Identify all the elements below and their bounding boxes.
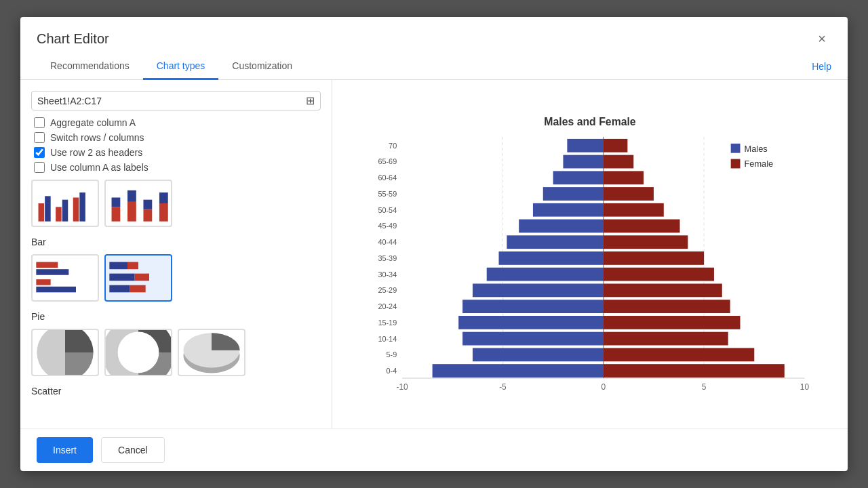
- svg-rect-6: [112, 207, 121, 221]
- legend-female-label: Female: [744, 159, 773, 169]
- bar-males-70: [567, 139, 603, 152]
- svg-text:0-4: 0-4: [386, 367, 397, 375]
- checkbox-aggregate[interactable]: Aggregate column A: [34, 117, 321, 128]
- svg-text:5: 5: [702, 382, 707, 392]
- svg-rect-57: [487, 268, 604, 281]
- svg-rect-19: [127, 262, 138, 270]
- chart-preview: Males and Female -10 -5 0: [349, 91, 831, 418]
- svg-rect-7: [112, 197, 121, 207]
- checkbox-switch-rows-input[interactable]: [34, 132, 45, 143]
- svg-rect-76: [604, 364, 785, 378]
- help-link[interactable]: Help: [812, 61, 831, 72]
- svg-text:10: 10: [800, 382, 810, 392]
- svg-rect-49: [604, 220, 680, 233]
- chart-thumb-donut[interactable]: [104, 329, 172, 376]
- checkbox-use-row2[interactable]: Use row 2 as headers: [34, 147, 321, 158]
- svg-rect-10: [143, 209, 152, 222]
- svg-rect-55: [604, 251, 704, 265]
- svg-rect-18: [109, 262, 127, 270]
- svg-text:15-19: 15-19: [378, 319, 397, 327]
- svg-text:65-69: 65-69: [378, 157, 397, 165]
- chart-thumb-stacked-bar[interactable]: [104, 254, 172, 302]
- svg-text:10-14: 10-14: [378, 335, 397, 343]
- svg-rect-4: [73, 197, 79, 221]
- tab-recommendations[interactable]: Recommendations: [37, 54, 143, 80]
- svg-rect-72: [473, 348, 604, 361]
- dialog-footer: Insert Cancel: [20, 428, 848, 471]
- svg-rect-67: [604, 316, 741, 329]
- pie-chart-grid: [31, 329, 321, 376]
- svg-rect-52: [604, 235, 688, 249]
- chart-thumb-stacked-column[interactable]: [104, 180, 172, 227]
- cancel-button[interactable]: Cancel: [101, 437, 165, 463]
- svg-rect-11: [143, 200, 152, 209]
- checkbox-use-cola-label: Use column A as labels: [50, 162, 149, 173]
- svg-rect-12: [159, 203, 168, 222]
- legend-males-label: Males: [744, 144, 767, 154]
- svg-text:70: 70: [389, 142, 397, 150]
- svg-text:40-44: 40-44: [378, 238, 397, 246]
- bar-females-70: [604, 139, 628, 152]
- svg-rect-22: [109, 285, 130, 293]
- scatter-section-label: Scatter: [31, 386, 321, 396]
- chart-thumb-grouped-bar[interactable]: [31, 254, 99, 302]
- svg-rect-9: [127, 190, 136, 202]
- dialog-header: Chart Editor ×: [20, 17, 848, 48]
- checkbox-use-cola[interactable]: Use column A as labels: [34, 162, 321, 173]
- legend-female-swatch: [731, 159, 741, 169]
- svg-rect-17: [36, 287, 76, 293]
- svg-rect-5: [79, 192, 85, 222]
- svg-rect-61: [604, 284, 722, 298]
- grid-icon[interactable]: ⊞: [306, 94, 315, 107]
- tab-chart-types[interactable]: Chart types: [143, 54, 219, 80]
- tabs-row: Recommendations Chart types Customizatio…: [20, 54, 848, 80]
- svg-rect-8: [127, 202, 136, 222]
- bar-section-label: Bar: [31, 237, 321, 247]
- svg-rect-1: [45, 196, 51, 221]
- svg-rect-58: [604, 268, 714, 281]
- chart-thumb-grouped-column[interactable]: [31, 180, 99, 227]
- svg-text:60-64: 60-64: [378, 174, 397, 182]
- svg-rect-60: [473, 284, 604, 298]
- data-range-row: ⊞: [31, 91, 321, 110]
- checkbox-use-cola-input[interactable]: [34, 162, 45, 173]
- svg-rect-40: [604, 171, 644, 184]
- checkbox-switch-rows-label: Switch rows / columns: [50, 132, 144, 143]
- svg-text:5-9: 5-9: [386, 350, 397, 359]
- left-panel: ⊞ Aggregate column A Switch rows / colum…: [20, 80, 332, 428]
- chart-thumb-pie-3d[interactable]: [178, 329, 245, 376]
- data-range-input[interactable]: [37, 96, 300, 106]
- svg-rect-51: [507, 235, 603, 249]
- checkbox-switch-rows[interactable]: Switch rows / columns: [34, 132, 321, 143]
- tab-customization[interactable]: Customization: [218, 54, 306, 80]
- close-button[interactable]: ×: [812, 29, 831, 48]
- dialog-body: ⊞ Aggregate column A Switch rows / colum…: [20, 80, 848, 428]
- svg-rect-69: [462, 332, 604, 346]
- svg-rect-75: [433, 364, 604, 378]
- dialog-title: Chart Editor: [37, 31, 109, 47]
- checkbox-use-row2-input[interactable]: [34, 147, 45, 158]
- bar-females-65-69: [604, 155, 634, 169]
- svg-rect-14: [36, 262, 58, 268]
- checkboxes: Aggregate column A Switch rows / columns…: [31, 117, 321, 173]
- svg-text:-10: -10: [397, 382, 409, 392]
- legend-males-swatch: [731, 144, 741, 153]
- svg-rect-54: [499, 251, 604, 265]
- svg-rect-0: [39, 203, 45, 222]
- svg-rect-39: [553, 171, 604, 184]
- svg-rect-23: [130, 285, 145, 293]
- svg-rect-73: [604, 348, 755, 361]
- chart-thumb-pie[interactable]: [31, 329, 99, 376]
- svg-rect-46: [604, 203, 664, 217]
- svg-rect-64: [604, 300, 730, 313]
- svg-text:55-59: 55-59: [378, 190, 397, 198]
- svg-rect-70: [604, 332, 728, 346]
- svg-rect-43: [604, 187, 654, 201]
- svg-rect-13: [159, 192, 168, 203]
- svg-rect-45: [533, 203, 604, 217]
- checkbox-aggregate-input[interactable]: [34, 117, 45, 128]
- insert-button[interactable]: Insert: [37, 437, 93, 463]
- svg-rect-21: [135, 274, 149, 281]
- svg-rect-2: [56, 207, 62, 221]
- svg-rect-16: [36, 279, 50, 285]
